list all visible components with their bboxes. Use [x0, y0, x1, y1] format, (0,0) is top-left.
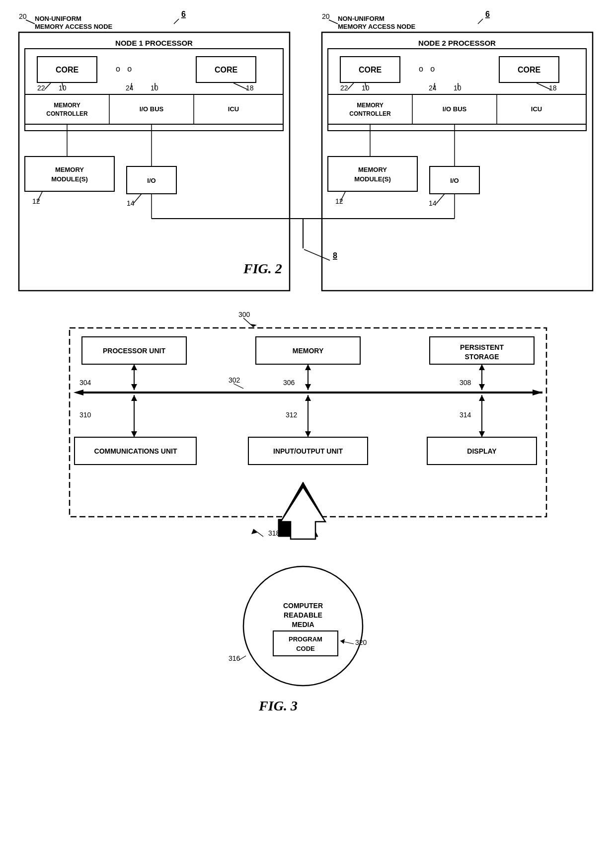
svg-text:22: 22 — [340, 84, 348, 92]
svg-text:MEMORY ACCESS NODE: MEMORY ACCESS NODE — [338, 23, 416, 30]
svg-text:NON-UNIFORM: NON-UNIFORM — [35, 15, 81, 22]
svg-text:10: 10 — [151, 84, 158, 92]
svg-text:CORE: CORE — [518, 66, 541, 74]
svg-marker-107 — [131, 384, 137, 390]
svg-rect-76 — [328, 157, 417, 191]
svg-text:MEMORY: MEMORY — [293, 347, 324, 355]
svg-text:MODULE(S): MODULE(S) — [51, 175, 88, 183]
svg-text:306: 306 — [283, 379, 295, 387]
svg-line-84 — [436, 194, 445, 204]
svg-marker-125 — [305, 395, 311, 401]
svg-marker-122 — [131, 431, 137, 437]
svg-text:CORE: CORE — [215, 66, 238, 74]
svg-text:ICU: ICU — [531, 105, 542, 113]
svg-text:READABLE: READABLE — [284, 611, 322, 619]
svg-text:NODE 2 PROCESSOR: NODE 2 PROCESSOR — [418, 39, 496, 47]
svg-text:310: 310 — [79, 411, 91, 419]
svg-text:320: 320 — [355, 638, 367, 646]
svg-text:6: 6 — [181, 10, 186, 18]
svg-text:ICU: ICU — [228, 105, 239, 113]
svg-text:INPUT/OUTPUT UNIT: INPUT/OUTPUT UNIT — [273, 447, 343, 455]
svg-rect-33 — [25, 157, 114, 191]
svg-text:CONTROLLER: CONTROLLER — [46, 110, 88, 117]
svg-text:10: 10 — [454, 84, 462, 92]
fig2-diagram: NON-UNIFORM MEMORY ACCESS NODE 20 6 NODE… — [10, 10, 606, 318]
svg-marker-114 — [479, 364, 485, 370]
svg-text:NODE 1 PROCESSOR: NODE 1 PROCESSOR — [115, 39, 193, 47]
svg-text:MODULE(S): MODULE(S) — [354, 175, 391, 183]
svg-line-15 — [45, 83, 51, 89]
svg-text:I/O: I/O — [450, 177, 459, 184]
svg-line-41 — [133, 194, 142, 204]
svg-text:312: 312 — [286, 411, 298, 419]
svg-marker-116 — [74, 390, 83, 395]
svg-marker-121 — [131, 395, 137, 401]
svg-text:300: 300 — [238, 311, 250, 318]
svg-line-92 — [243, 318, 253, 327]
svg-text:MEMORY: MEMORY — [55, 166, 84, 173]
svg-text:22: 22 — [37, 84, 45, 92]
svg-text:COMPUTER: COMPUTER — [283, 602, 323, 610]
svg-text:20: 20 — [19, 12, 27, 20]
svg-text:302: 302 — [229, 376, 240, 384]
svg-line-58 — [348, 83, 354, 89]
svg-text:MEMORY: MEMORY — [357, 102, 384, 109]
svg-text:STORAGE: STORAGE — [465, 353, 499, 361]
svg-text:14: 14 — [429, 199, 437, 207]
svg-marker-130 — [479, 431, 485, 437]
svg-line-90 — [304, 249, 330, 260]
svg-text:MEDIA: MEDIA — [292, 621, 314, 629]
svg-text:CORE: CORE — [56, 66, 79, 74]
svg-text:PERSISTENT: PERSISTENT — [460, 343, 504, 351]
svg-marker-126 — [305, 431, 311, 437]
svg-text:CORE: CORE — [359, 66, 382, 74]
svg-line-3 — [26, 20, 35, 24]
svg-marker-118 — [533, 390, 542, 395]
svg-line-23 — [233, 83, 247, 89]
svg-text:316: 316 — [229, 654, 240, 662]
svg-text:308: 308 — [460, 379, 471, 387]
svg-line-46 — [329, 20, 338, 24]
svg-line-150 — [239, 656, 246, 660]
svg-text:MEMORY: MEMORY — [54, 102, 80, 109]
svg-text:CONTROLLER: CONTROLLER — [349, 110, 391, 117]
svg-line-48 — [478, 19, 483, 24]
svg-line-66 — [537, 83, 550, 89]
svg-text:I/O BUS: I/O BUS — [443, 105, 467, 113]
svg-text:20: 20 — [322, 12, 330, 20]
svg-text:MEMORY ACCESS NODE: MEMORY ACCESS NODE — [35, 23, 113, 30]
svg-text:NON-UNIFORM: NON-UNIFORM — [338, 15, 385, 22]
svg-line-5 — [174, 19, 179, 24]
svg-text:24: 24 — [429, 84, 437, 92]
svg-marker-129 — [479, 395, 485, 401]
svg-text:304: 304 — [79, 379, 91, 387]
svg-text:I/O BUS: I/O BUS — [140, 105, 164, 113]
svg-text:FIG. 2: FIG. 2 — [243, 261, 282, 276]
svg-text:24: 24 — [126, 84, 134, 92]
svg-text:314: 314 — [460, 411, 471, 419]
page: NON-UNIFORM MEMORY ACCESS NODE 20 6 NODE… — [0, 0, 616, 865]
svg-text:PROGRAM: PROGRAM — [289, 635, 322, 643]
svg-marker-111 — [305, 384, 311, 390]
svg-text:COMMUNICATIONS UNIT: COMMUNICATIONS UNIT — [94, 447, 177, 455]
svg-text:MEMORY: MEMORY — [358, 166, 387, 173]
fig3-diagram: 300 302 PROCESSOR UNIT MEMORY PERSISTENT… — [10, 303, 606, 850]
svg-text:PROCESSOR UNIT: PROCESSOR UNIT — [103, 347, 165, 355]
svg-text:I/O: I/O — [147, 177, 155, 184]
svg-line-96 — [233, 384, 243, 389]
svg-text:18: 18 — [246, 84, 254, 92]
svg-marker-106 — [131, 364, 137, 370]
svg-text:o  o: o o — [419, 65, 437, 73]
svg-text:o  o: o o — [116, 65, 134, 73]
svg-text:6: 6 — [485, 10, 490, 18]
svg-text:18: 18 — [549, 84, 557, 92]
svg-marker-110 — [305, 364, 311, 370]
svg-text:FIG. 3: FIG. 3 — [258, 698, 298, 713]
svg-text:DISPLAY: DISPLAY — [467, 447, 497, 455]
svg-text:8: 8 — [333, 251, 337, 260]
svg-marker-115 — [479, 384, 485, 390]
svg-text:CODE: CODE — [296, 645, 315, 652]
